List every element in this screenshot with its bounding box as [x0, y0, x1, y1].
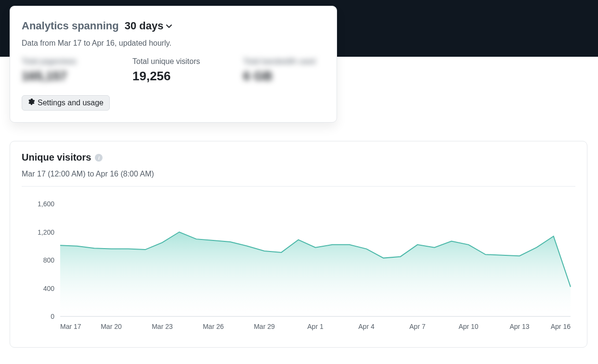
- svg-text:Apr 16: Apr 16: [551, 323, 571, 330]
- chart-plot: 04008001,2001,600 Mar 17Mar 20Mar 23Mar …: [22, 201, 575, 336]
- stat-value: 6 GB: [243, 69, 325, 84]
- svg-text:1,200: 1,200: [38, 228, 54, 236]
- analytics-heading-row: Analytics spanning 30 days: [22, 20, 325, 32]
- stat-unique-visitors: Total unique visitors 19,256: [132, 57, 214, 84]
- svg-text:Mar 29: Mar 29: [254, 323, 275, 330]
- info-icon[interactable]: i: [95, 154, 103, 162]
- analytics-subtext: Data from Mar 17 to Apr 16, updated hour…: [22, 39, 325, 48]
- stat-label: Total bandwidth used: [243, 57, 325, 66]
- svg-text:Mar 20: Mar 20: [101, 323, 122, 330]
- settings-and-usage-button[interactable]: Settings and usage: [22, 95, 110, 111]
- chart-subtext: Mar 17 (12:00 AM) to Apr 16 (8:00 AM): [22, 170, 575, 178]
- svg-text:Mar 23: Mar 23: [152, 323, 173, 330]
- svg-text:Mar 17: Mar 17: [60, 323, 81, 330]
- analytics-heading-label: Analytics spanning: [22, 20, 119, 32]
- chart-title-row: Unique visitors i: [22, 152, 575, 163]
- svg-text:1,600: 1,600: [38, 201, 54, 208]
- settings-button-label: Settings and usage: [38, 99, 104, 107]
- chart-title: Unique visitors: [22, 152, 91, 163]
- svg-text:400: 400: [43, 285, 55, 292]
- svg-text:Apr 4: Apr 4: [358, 323, 375, 330]
- stat-label: Total unique visitors: [132, 57, 214, 66]
- stat-bandwidth: Total bandwidth used 6 GB: [243, 57, 325, 84]
- date-range-select[interactable]: 30 days: [125, 20, 172, 32]
- stat-pageviews: Total pageviews 165,157: [22, 57, 104, 84]
- stat-value: 19,256: [132, 69, 214, 84]
- svg-text:0: 0: [51, 313, 54, 320]
- svg-text:Apr 1: Apr 1: [307, 323, 324, 330]
- divider: [22, 186, 575, 187]
- chevron-down-icon: [166, 24, 172, 28]
- stat-value: 165,157: [22, 69, 104, 84]
- svg-text:Apr 13: Apr 13: [509, 323, 529, 330]
- stats-row: Total pageviews 165,157 Total unique vis…: [22, 57, 325, 84]
- svg-text:Apr 7: Apr 7: [409, 323, 426, 330]
- svg-text:Apr 10: Apr 10: [458, 323, 478, 330]
- svg-text:800: 800: [43, 256, 55, 264]
- analytics-summary-card: Analytics spanning 30 days Data from Mar…: [10, 6, 337, 123]
- stat-label: Total pageviews: [22, 57, 104, 66]
- svg-text:Mar 26: Mar 26: [203, 323, 224, 330]
- unique-visitors-card: Unique visitors i Mar 17 (12:00 AM) to A…: [10, 141, 587, 348]
- gear-icon: [28, 99, 35, 107]
- date-range-value: 30 days: [125, 20, 164, 32]
